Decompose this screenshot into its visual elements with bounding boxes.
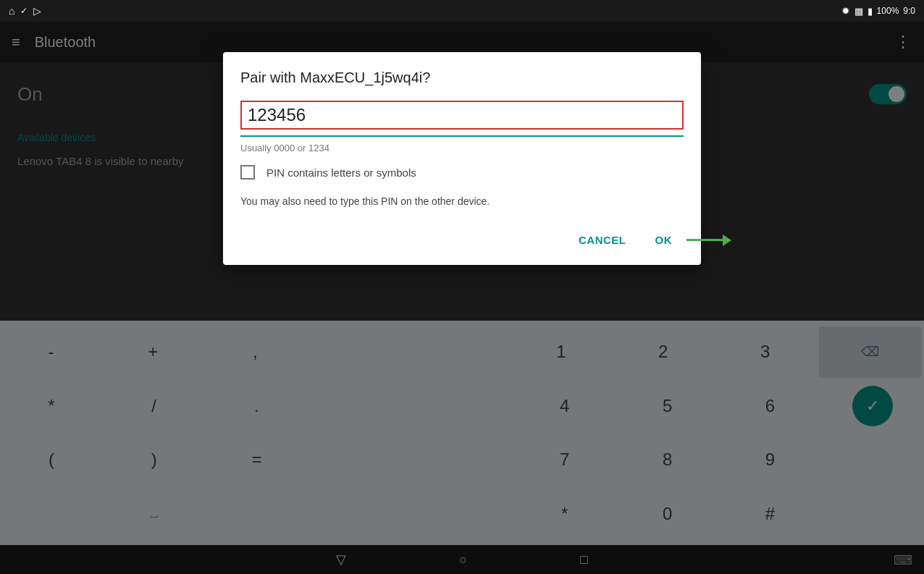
status-bar: ⌂ ✓ ▷ ✹ ▩ ▮ 100% 9:0 [0, 0, 924, 22]
cancel-button[interactable]: CANCEL [567, 227, 638, 253]
nav-icon-2: ✓ [20, 6, 28, 16]
nav-icon-3: ▷ [33, 5, 41, 17]
arrow-line [686, 239, 723, 241]
clock: 9:0 [903, 6, 915, 16]
pin-hint: Usually 0000 or 1234 [240, 143, 684, 153]
arrow-head [723, 235, 731, 246]
pin-input[interactable] [248, 105, 676, 125]
signal-icon: ▩ [854, 6, 863, 17]
dialog-title: Pair with MaxxECU_1j5wq4i? [240, 69, 684, 86]
ok-button[interactable]: OK [644, 227, 684, 253]
battery-icon: ▮ [868, 6, 873, 17]
bluetooth-icon: ✹ [841, 5, 850, 17]
arrow-annotation [686, 235, 731, 246]
pin-checkbox-row: PIN contains letters or symbols [240, 165, 684, 180]
bluetooth-screen: ≡ Bluetooth ⋮ On Available devices Lenov… [0, 22, 924, 574]
pin-underline [240, 135, 684, 137]
nav-icon-1: ⌂ [9, 5, 14, 17]
pair-dialog: Pair with MaxxECU_1j5wq4i? Usually 0000 … [223, 52, 701, 265]
dialog-actions: CANCEL OK [240, 227, 684, 253]
status-bar-right: ✹ ▩ ▮ 100% 9:0 [841, 5, 915, 17]
pin-input-container[interactable] [240, 101, 684, 130]
pin-info: You may also need to type this PIN on th… [240, 194, 684, 209]
pin-checkbox[interactable] [240, 165, 255, 180]
status-bar-left: ⌂ ✓ ▷ [9, 5, 41, 17]
battery-level: 100% [877, 6, 899, 16]
checkbox-label: PIN contains letters or symbols [266, 166, 416, 179]
